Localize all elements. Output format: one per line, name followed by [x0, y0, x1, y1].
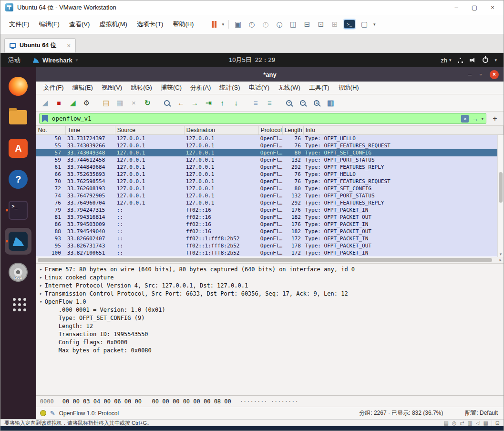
wireshark-menu-item[interactable]: 跳转(G)	[126, 83, 156, 92]
column-header[interactable]: Time	[66, 126, 115, 134]
column-header[interactable]: Destination	[185, 126, 259, 134]
show-library-icon[interactable]: ◫	[288, 20, 298, 29]
fullscreen-icon[interactable]: ⊡	[316, 20, 326, 29]
expert-info-icon[interactable]	[40, 410, 46, 416]
go-first-packet-icon[interactable]: ↑	[216, 97, 228, 109]
scrollbar-thumb[interactable]	[499, 172, 503, 203]
column-header[interactable]: Protocol	[259, 126, 283, 134]
activities-button[interactable]: 活动	[0, 56, 28, 64]
revert-snapshot-icon[interactable]: ◷	[261, 20, 270, 29]
wireshark-icon[interactable]	[5, 228, 31, 255]
expand-arrow-icon[interactable]: ▾	[37, 299, 45, 304]
profile-text[interactable]: 配置: Default	[465, 409, 498, 417]
expand-arrow-icon[interactable]: ▸	[37, 291, 45, 296]
go-last-packet-icon[interactable]: ↓	[230, 97, 242, 109]
printer-icon[interactable]: ▦	[483, 420, 488, 426]
cd-rom-icon[interactable]: ◎	[452, 420, 457, 426]
detail-line[interactable]: .000 0001 = Version: 1.0 (0x01)	[37, 306, 504, 314]
help-icon[interactable]: ?	[5, 166, 31, 193]
start-capture-icon[interactable]: ◢	[39, 97, 51, 109]
apply-filter-icon[interactable]: →	[472, 115, 478, 123]
minimize-button[interactable]: –	[468, 71, 472, 78]
packet-row[interactable]: 70 33.762598554 127.0.0.1 127.0.0.1 Open…	[36, 178, 497, 185]
close-button[interactable]: ×	[490, 70, 499, 79]
show-applications-icon[interactable]	[5, 290, 31, 317]
packet-row[interactable]: 59 33.744612458 127.0.0.1 127.0.0.1 Open…	[36, 156, 497, 164]
scroll-right-stepper[interactable]: ▸	[499, 257, 502, 262]
power-icon[interactable]	[483, 57, 488, 63]
clear-filter-icon[interactable]: ×	[461, 115, 469, 123]
restore-layout-icon[interactable]: ⊡	[495, 420, 500, 426]
send-ctrl-alt-del-icon[interactable]: ▣	[233, 20, 243, 29]
filter-bookmark-icon[interactable]	[42, 115, 48, 123]
packet-row[interactable]: 66 33.752635893 127.0.0.1 127.0.0.1 Open…	[36, 171, 497, 178]
detail-line[interactable]: ▸ Transmission Control Protocol, Src Por…	[37, 289, 504, 298]
colorize-packets-icon[interactable]: ≡	[250, 97, 262, 109]
packet-row[interactable]: 55 33.743039266 127.0.0.1 127.0.0.1 Open…	[36, 142, 497, 149]
app-menu-button[interactable]: Wireshark ▾	[28, 57, 82, 64]
add-filter-button[interactable]: +	[490, 114, 500, 123]
go-back-icon[interactable]: ←	[175, 97, 187, 109]
system-menu-caret-icon[interactable]: ▾	[494, 58, 497, 62]
tab-close-icon[interactable]: ×	[67, 42, 71, 49]
packet-row[interactable]: 50 33.731724397 127.0.0.1 127.0.0.1 Open…	[36, 135, 497, 142]
wireshark-menu-item[interactable]: 电话(Y)	[245, 83, 274, 92]
wireshark-menu-item[interactable]: 文件(F)	[39, 83, 68, 92]
firefox-icon[interactable]	[5, 73, 31, 100]
scroll-down-stepper[interactable]: ▾	[498, 252, 504, 257]
display-filter-input[interactable]: openflow_v1 × → ▾	[39, 113, 486, 124]
save-file-icon[interactable]: ▦	[114, 97, 126, 109]
packet-row[interactable]: 100 33.827100651 :: ff02::1:fff8:2b52 Op…	[36, 249, 497, 257]
vmware-menu-item[interactable]: 虚拟机(M)	[94, 17, 132, 31]
vm-tab-ubuntu[interactable]: Ubuntu 64 位 ×	[4, 38, 76, 52]
detail-line[interactable]: Config flags: 0x0000	[37, 338, 504, 346]
detail-line[interactable]: ▸ Frame 57: 80 bytes on wire (640 bits),…	[37, 265, 504, 273]
find-packet-icon[interactable]	[161, 97, 173, 109]
capture-options-icon[interactable]: ⚙	[81, 97, 93, 109]
wireshark-titlebar[interactable]: *any –▫×	[36, 67, 504, 82]
show-thumbnail-bar-icon[interactable]: ⊟	[302, 20, 312, 29]
open-file-icon[interactable]: ▤	[100, 97, 112, 109]
scrollbar-thumb[interactable]	[38, 258, 492, 262]
vmware-menu-item[interactable]: 帮助(H)	[168, 17, 198, 31]
packet-row[interactable]: 74 33.764792905 127.0.0.1 127.0.0.1 Open…	[36, 192, 497, 199]
stretch-guest-button[interactable]: ▢	[360, 20, 369, 29]
column-header[interactable]: Source	[115, 126, 185, 134]
auto-scroll-icon[interactable]: ≡	[264, 97, 276, 109]
message-log-icon[interactable]: ▤	[443, 420, 448, 426]
detail-line[interactable]: Length: 12	[37, 322, 504, 330]
detail-line[interactable]: Type: OFPT_SET_CONFIG (9)	[37, 314, 504, 322]
expand-arrow-icon[interactable]: ▸	[37, 283, 45, 288]
detail-line[interactable]: ▾ OpenFlow 1.0	[37, 298, 504, 306]
wireshark-menu-item[interactable]: 无线(W)	[274, 83, 305, 92]
take-snapshot-icon[interactable]: ◴	[247, 20, 257, 29]
ubuntu-software-icon[interactable]: A	[5, 135, 31, 162]
packet-row[interactable]: 81 33.794316814 :: ff02::16 OpenFl… 182 …	[36, 214, 497, 221]
stop-capture-icon[interactable]: ■	[53, 97, 65, 109]
usb-device-icon[interactable]: ▥	[468, 420, 473, 426]
wireshark-menu-item[interactable]: 工具(T)	[305, 83, 334, 92]
terminal-icon[interactable]: >_	[5, 197, 31, 224]
vertical-scrollbar[interactable]: ▾	[497, 135, 504, 257]
suspend-button[interactable]	[211, 20, 217, 29]
manage-snapshots-icon[interactable]: ◶	[275, 20, 284, 29]
zoom-in-icon[interactable]: +	[283, 97, 295, 109]
reload-file-icon[interactable]: ↻	[142, 97, 154, 109]
wireshark-menu-item[interactable]: 视图(V)	[97, 83, 126, 92]
network-adapter-icon[interactable]: ⇄	[460, 420, 464, 426]
maximize-button[interactable]: ▢	[465, 1, 483, 14]
horizontal-scrollbar[interactable]: ▸	[36, 257, 504, 264]
packet-row[interactable]: 86 33.794503009 :: ff02::16 OpenFl… 176 …	[36, 221, 497, 228]
restart-capture-icon[interactable]: ◢	[67, 97, 79, 109]
maximize-button[interactable]: ▫	[480, 72, 482, 77]
column-header[interactable]: Info	[304, 126, 504, 134]
dvd-icon[interactable]: DVD	[5, 259, 31, 286]
capture-comment-icon[interactable]: ✎	[50, 410, 55, 417]
packet-row[interactable]: 61 33.744849684 127.0.0.1 127.0.0.1 Open…	[36, 164, 497, 171]
detail-line[interactable]: Transaction ID: 1995543550	[37, 330, 504, 338]
detail-line[interactable]: ▸ Internet Protocol Version 4, Src: 127.…	[37, 281, 504, 289]
packet-row[interactable]: 76 33.764960704 127.0.0.1 127.0.0.1 Open…	[36, 199, 497, 206]
packet-row[interactable]: 95 33.826731743 :: ff02::1:fff8:2b52 Ope…	[36, 242, 497, 249]
packet-row[interactable]: 93 33.826602407 :: ff02::1:fff8:2b52 Ope…	[36, 235, 497, 242]
hex-dump-pane[interactable]: 0000 00 00 03 04 00 06 00 00 00 00 00 00…	[36, 395, 504, 407]
